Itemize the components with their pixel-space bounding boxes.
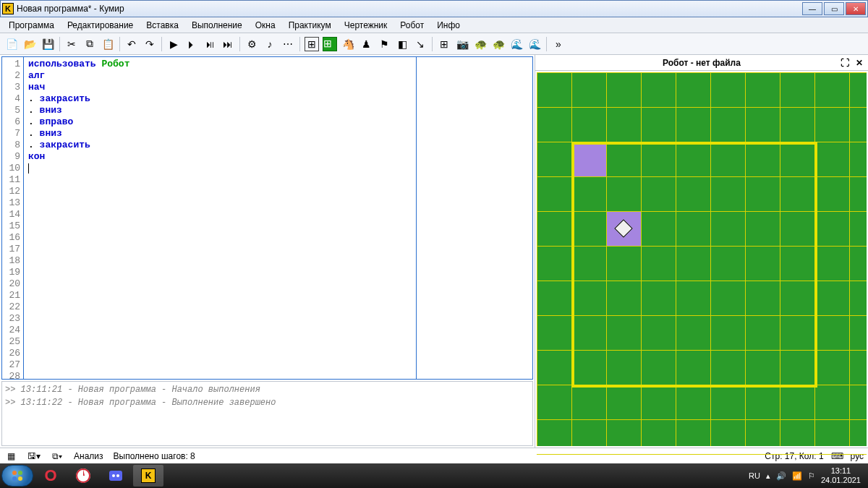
redo-button[interactable]: ↷ — [141, 35, 158, 53]
wall-top — [571, 142, 817, 145]
turtle1-icon[interactable]: 🐢 — [472, 35, 489, 53]
menu-инфо[interactable]: Инфо — [431, 19, 466, 32]
menu-робот[interactable]: Робот — [394, 19, 430, 32]
music-icon[interactable]: ♪ — [261, 35, 278, 53]
tray-sound-icon[interactable]: 🔊 — [776, 471, 786, 481]
wall-bottom — [571, 385, 817, 388]
code-editor[interactable]: 1234567891011121314151617181920212223242… — [1, 56, 533, 380]
tray-net-icon[interactable]: 📶 — [792, 471, 802, 481]
save-button[interactable]: 💾 — [39, 35, 56, 53]
code-line[interactable]: . закрасить — [28, 140, 528, 151]
line-gutter: 1234567891011121314151617181920212223242… — [2, 57, 24, 379]
maximize-button[interactable]: ▭ — [824, 2, 844, 15]
camera-icon[interactable]: 📷 — [454, 35, 471, 53]
new-file-button[interactable]: 📄 — [3, 35, 20, 53]
svg-rect-6 — [109, 471, 122, 481]
status-steps: Выполнено шагов: 8 — [114, 451, 195, 461]
menu-bar: ПрограммаРедактированиеВставкаВыполнение… — [0, 17, 868, 33]
menu-программа[interactable]: Программа — [3, 19, 60, 32]
menu-вставка[interactable]: Вставка — [140, 19, 184, 32]
menu-практикум[interactable]: Практикум — [283, 19, 337, 32]
tray-flag-icon[interactable]: ⚐ — [808, 471, 815, 481]
tool-icon[interactable]: ⚙ — [243, 35, 260, 53]
code-line[interactable]: . вниз — [28, 128, 528, 140]
undo-button[interactable]: ↶ — [123, 35, 140, 53]
status-icon-1[interactable]: ▦ — [4, 450, 17, 462]
status-bar: ▦ 🖫▾ ⧉▾ Анализ Выполнено шагов: 8 Стр: 1… — [0, 448, 868, 463]
toolbar: 📄 📂 💾 ✂ ⧉ 📋 ↶ ↷ ▶ ⏵ ⏯ ⏭ ⚙ ♪ ⋯ ⊞ ⊞ 🐴 ♟ ⚑ … — [0, 33, 868, 55]
taskbar-opera-icon[interactable]: O — [35, 465, 66, 487]
taskbar-app2-icon[interactable] — [68, 465, 98, 487]
open-file-button[interactable]: 📂 — [21, 35, 38, 53]
svg-point-2 — [12, 476, 17, 481]
svg-point-3 — [18, 476, 22, 481]
more-icon[interactable]: » — [550, 35, 567, 53]
step-over-button[interactable]: ⏭ — [219, 35, 237, 53]
svg-point-1 — [18, 471, 22, 475]
grid2-icon[interactable]: ⊞ — [435, 35, 453, 53]
status-lang-icon[interactable]: ⌨ — [831, 451, 843, 461]
cut-button[interactable]: ✂ — [63, 35, 80, 53]
title-bar: K Новая программа* - Кумир — ▭ ✕ — [0, 0, 868, 17]
code-line[interactable]: кон — [28, 151, 528, 163]
menu-окна[interactable]: Окна — [250, 19, 281, 32]
robot-field[interactable] — [537, 72, 867, 446]
window-title: Новая программа* - Кумир — [17, 4, 802, 14]
step-button[interactable]: ⏯ — [201, 35, 218, 53]
panel-max-button[interactable]: ⛶ — [839, 57, 851, 69]
console-output[interactable]: >> 13:11:21 - Новая программа - Начало в… — [1, 381, 533, 446]
wall-right — [814, 142, 817, 388]
status-save-icon[interactable]: 🖫▾ — [27, 450, 41, 462]
grid1-icon[interactable]: ⊞ — [303, 35, 320, 53]
taskbar-kumir-icon[interactable]: K — [133, 465, 163, 487]
copy-button[interactable]: ⧉ — [81, 35, 98, 53]
flag-icon[interactable]: ⚑ — [375, 35, 393, 53]
status-lang[interactable]: рус — [851, 451, 864, 461]
code-line[interactable]: . закрасить — [28, 93, 528, 105]
paste-button[interactable]: 📋 — [99, 35, 116, 53]
pawn-icon[interactable]: ♟ — [357, 35, 375, 53]
menu-выполнение[interactable]: Выполнение — [186, 19, 248, 32]
code-line[interactable]: алг — [28, 70, 528, 82]
start-button[interactable] — [1, 465, 33, 487]
painted-cell — [572, 142, 606, 176]
app-icon: K — [2, 3, 14, 14]
svg-point-0 — [12, 471, 17, 475]
tray-clock[interactable]: 13:11 24.01.2021 — [821, 466, 861, 485]
water2-icon[interactable]: 🌊 — [526, 35, 543, 53]
code-line[interactable]: использовать Робот — [28, 59, 528, 70]
taskbar-discord-icon[interactable] — [101, 465, 131, 487]
minimize-button[interactable]: — — [802, 2, 822, 15]
code-line[interactable]: . вниз — [28, 105, 528, 116]
wall-left — [571, 142, 574, 388]
console-line: >> 13:11:22 - Новая программа - Выполнен… — [5, 398, 529, 408]
menu-редактирование[interactable]: Редактирование — [61, 19, 139, 32]
taskbar: O K RU ▴ 🔊 📶 ⚐ 13:11 24.01.2021 — [0, 463, 868, 488]
svg-point-8 — [116, 474, 119, 477]
chart-icon[interactable]: ◧ — [393, 35, 411, 53]
code-area[interactable]: использовать Роботалгнач. закрасить. вни… — [24, 57, 532, 379]
panel-close-button[interactable]: ✕ — [854, 57, 865, 69]
console-line: >> 13:11:21 - Новая программа - Начало в… — [5, 385, 529, 395]
menu-чертежник[interactable]: Чертежник — [339, 19, 393, 32]
arrow-icon[interactable]: ↘ — [412, 35, 429, 53]
tray-up-icon[interactable]: ▴ — [766, 471, 770, 481]
code-line[interactable]: нач — [28, 82, 528, 93]
tray-lang[interactable]: RU — [749, 471, 760, 480]
horse-icon[interactable]: 🐴 — [339, 35, 357, 53]
water1-icon[interactable]: 🌊 — [508, 35, 525, 53]
svg-point-7 — [112, 474, 115, 477]
status-copy-icon[interactable]: ⧉▾ — [51, 450, 64, 462]
robot-title: Робот - нет файла — [663, 58, 741, 68]
dots-icon[interactable]: ⋯ — [279, 35, 297, 53]
status-cursor-pos: Стр: 17, Кол: 1 — [765, 451, 823, 461]
run-button[interactable]: ▶ — [165, 35, 182, 53]
grid-green-icon[interactable]: ⊞ — [321, 35, 339, 53]
run-fast-button[interactable]: ⏵ — [183, 35, 200, 53]
robot-panel-header: Робот - нет файла ⛶ ✕ — [535, 55, 868, 71]
code-line[interactable]: . вправо — [28, 116, 528, 128]
turtle2-icon[interactable]: 🐢 — [490, 35, 507, 53]
close-button[interactable]: ✕ — [846, 2, 866, 15]
status-analysis[interactable]: Анализ — [74, 451, 103, 461]
code-line[interactable] — [28, 163, 528, 174]
